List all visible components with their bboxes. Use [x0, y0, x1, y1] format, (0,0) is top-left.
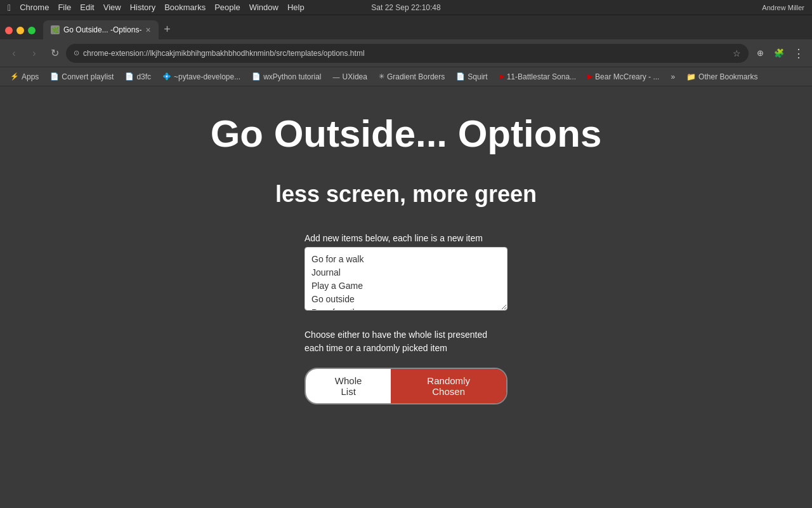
bookmark-wxpython-label: wxPython tutorial — [263, 72, 321, 81]
menu-edit[interactable]: Edit — [80, 3, 94, 12]
bookmark-gradient-label: Gradient Borders — [387, 72, 445, 81]
whole-list-button[interactable]: Whole List — [306, 369, 391, 403]
active-tab[interactable]: 🌿 Go Outside... -Options- × — [43, 20, 159, 39]
bookmark-bear[interactable]: ▶ Bear McCreary - ... — [582, 70, 664, 83]
gradient-icon: ✳ — [379, 72, 384, 81]
apps-icon: ⚡ — [10, 72, 19, 81]
menu-view[interactable]: View — [103, 3, 121, 12]
bookmark-battlestar[interactable]: ▶ 11-Battlestar Sona... — [494, 70, 581, 83]
tab-close-button[interactable]: × — [145, 25, 150, 34]
bookmark-uxidea[interactable]: — UXidea — [328, 70, 372, 83]
battlestar-icon: ▶ — [499, 72, 504, 81]
folder-icon: 📁 — [686, 72, 696, 81]
url-display: chrome-extension://lkjhcakjmikbhihgmbakh… — [83, 49, 729, 58]
forward-button[interactable]: › — [25, 44, 43, 62]
page-title: Go Outside... Options — [211, 112, 602, 156]
toggle-button-group: Whole List Randomly Chosen — [304, 368, 508, 404]
bookmark-pytave-label: ~pytave-develope... — [174, 72, 240, 81]
chrome-menu-button[interactable]: ⋮ — [789, 44, 807, 62]
profile-button[interactable]: ⊕ — [751, 44, 769, 62]
more-bookmarks-button[interactable]: » — [665, 70, 680, 83]
bookmark-convert-playlist[interactable]: 📄 Convert playlist — [45, 70, 119, 83]
wxpython-icon: 📄 — [252, 72, 261, 81]
maximize-window-button[interactable] — [28, 27, 36, 34]
bookmark-d3fc[interactable]: 📄 d3fc — [120, 70, 156, 83]
pytave-icon: 💠 — [162, 72, 171, 81]
tab-favicon: 🌿 — [51, 25, 60, 34]
bookmark-squirt-label: Squirt — [468, 72, 487, 81]
convert-playlist-icon: 📄 — [50, 72, 59, 81]
close-window-button[interactable] — [5, 27, 13, 34]
other-bookmarks-folder[interactable]: 📁 Other Bookmarks — [681, 70, 763, 83]
items-textarea[interactable]: Go for a walk Journal Play a Game Go out… — [304, 247, 508, 311]
bookmark-uxidea-label: UXidea — [343, 72, 367, 81]
forward-icon: › — [32, 48, 36, 59]
more-bookmarks-icon: » — [671, 72, 675, 81]
options-container: Add new items below, each line is a new … — [304, 233, 508, 404]
bear-icon: ▶ — [587, 72, 593, 81]
page-subtitle: less screen, more green — [275, 181, 537, 208]
macos-menubar:  Chrome File Edit View History Bookmark… — [0, 0, 812, 15]
bookmark-battlestar-label: 11-Battlestar Sona... — [507, 72, 576, 81]
menu-people[interactable]: People — [214, 3, 240, 12]
bookmarks-bar: ⚡ Apps 📄 Convert playlist 📄 d3fc 💠 ~pyta… — [0, 67, 812, 86]
menu-history[interactable]: History — [130, 3, 155, 12]
menubar-right: Andrew Miller — [762, 4, 804, 11]
textarea-section: Add new items below, each line is a new … — [304, 233, 508, 313]
bookmark-apps-label: Apps — [22, 72, 39, 81]
menubar-user: Andrew Miller — [762, 4, 804, 11]
traffic-lights — [5, 27, 36, 34]
minimize-window-button[interactable] — [16, 27, 24, 34]
choice-description: Choose either to have the whole list pre… — [304, 328, 508, 355]
reload-button[interactable]: ↻ — [46, 44, 63, 62]
back-icon: ‹ — [12, 48, 15, 59]
textarea-label: Add new items below, each line is a new … — [304, 233, 508, 243]
menu-help[interactable]: Help — [287, 3, 304, 12]
other-bookmarks-label: Other Bookmarks — [698, 72, 757, 81]
address-bar[interactable]: ⊙ chrome-extension://lkjhcakjmikbhihgmba… — [66, 44, 749, 63]
menubar-clock: Sat 22 Sep 22:10:48 — [371, 3, 440, 12]
randomly-chosen-button[interactable]: Randomly Chosen — [391, 369, 506, 403]
bookmark-star-icon[interactable]: ☆ — [733, 48, 741, 58]
navigation-bar: ‹ › ↻ ⊙ chrome-extension://lkjhcakjmikbh… — [0, 39, 812, 67]
reload-icon: ↻ — [51, 47, 59, 59]
menu-file[interactable]: File — [58, 3, 71, 12]
bookmark-bear-label: Bear McCreary - ... — [595, 72, 659, 81]
lock-icon: ⊙ — [74, 49, 79, 57]
squirt-icon: 📄 — [456, 72, 465, 81]
tab-title: Go Outside... -Options- — [63, 25, 141, 34]
chrome-window: 🌿 Go Outside... -Options- × + ‹ › ↻ ⊙ ch… — [0, 15, 812, 508]
bookmark-gradient[interactable]: ✳ Gradient Borders — [374, 70, 450, 83]
choice-section: Choose either to have the whole list pre… — [304, 323, 508, 355]
uxidea-icon: — — [333, 73, 340, 81]
extensions-button[interactable]: 🧩 — [770, 44, 788, 62]
apple-menu[interactable]:  — [8, 3, 11, 13]
menu-window[interactable]: Window — [249, 3, 278, 12]
bookmark-apps[interactable]: ⚡ Apps — [5, 70, 44, 83]
page-content: Go Outside... Options less screen, more … — [0, 86, 812, 508]
bookmark-wxpython[interactable]: 📄 wxPython tutorial — [247, 70, 326, 83]
bookmark-d3fc-label: d3fc — [136, 72, 151, 81]
back-button[interactable]: ‹ — [5, 44, 23, 62]
bookmark-pytave[interactable]: 💠 ~pytave-develope... — [157, 70, 246, 83]
tab-bar: 🌿 Go Outside... -Options- × + — [0, 15, 812, 39]
new-tab-button[interactable]: + — [159, 20, 176, 38]
nav-actions: ⊕ 🧩 ⋮ — [751, 44, 807, 62]
bookmark-squirt[interactable]: 📄 Squirt — [451, 70, 492, 83]
menu-chrome[interactable]: Chrome — [20, 3, 49, 12]
d3fc-icon: 📄 — [125, 72, 134, 81]
bookmark-convert-playlist-label: Convert playlist — [62, 72, 114, 81]
menu-bookmarks[interactable]: Bookmarks — [164, 3, 206, 12]
